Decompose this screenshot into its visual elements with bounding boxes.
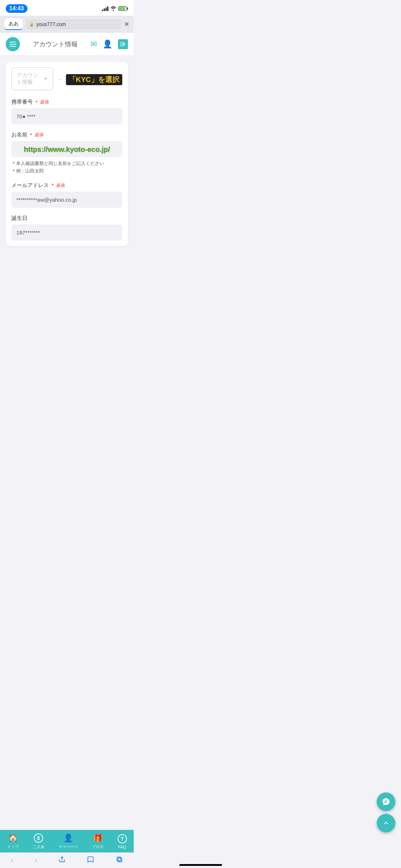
message-icon[interactable]: ✉ (91, 40, 97, 49)
status-icons: ⚡ (102, 6, 128, 12)
email-required-text: 必須 (56, 182, 65, 188)
signal-icon (102, 6, 108, 11)
status-bar: 14:43 ⚡ (0, 0, 134, 16)
form-card: アカウント情報 ▼ ← 「KYC」を選択 携帯番号 ＊ 必須 お名前 ＊ 必須 (6, 62, 128, 246)
phone-required-text: 必須 (40, 99, 49, 105)
wifi-icon (110, 6, 116, 12)
lock-icon: 🔒 (29, 22, 34, 27)
hamburger-icon (10, 42, 16, 47)
phone-field-group: 携帯番号 ＊ 必須 (11, 99, 122, 124)
top-nav: アカウント情報 ✉ 👤 (0, 33, 134, 56)
name-required-mark: ＊ (29, 132, 34, 138)
hamburger-menu-button[interactable] (6, 37, 20, 51)
browser-tab[interactable]: ああ (4, 19, 23, 30)
phone-input[interactable] (11, 108, 122, 124)
birthday-field-group: 誕生日 (11, 215, 122, 241)
nav-icons: ✉ 👤 (91, 39, 128, 49)
name-hint: ＊本人確認書類と同じ名前をご記入ください ＊例：山田太郎 (11, 160, 122, 175)
kyc-label: 「KYC」を選択 (66, 74, 122, 85)
email-required-mark: ＊ (50, 182, 55, 188)
phone-required-mark: ＊ (34, 99, 39, 105)
logout-icon[interactable] (118, 39, 128, 49)
browser-url: yous777.com (36, 21, 66, 27)
user-icon[interactable]: 👤 (103, 40, 112, 49)
email-label: メールアドレス ＊ 必須 (11, 182, 122, 189)
name-input[interactable] (11, 141, 122, 157)
birthday-input[interactable] (11, 224, 122, 241)
account-dropdown[interactable]: アカウント情報 ▼ (11, 67, 53, 90)
birthday-label: 誕生日 (11, 215, 122, 222)
name-label: お名前 ＊ 必須 (11, 131, 122, 138)
email-input[interactable] (11, 192, 122, 208)
browser-url-bar[interactable]: 🔒 yous777.com (26, 19, 121, 29)
main-content: アカウント情報 ▼ ← 「KYC」を選択 携帯番号 ＊ 必須 お名前 ＊ 必須 (0, 56, 134, 252)
name-required-text: 必須 (35, 132, 43, 138)
dropdown-arrow-icon: ▼ (43, 76, 48, 81)
kyc-hint: ← 「KYC」を選択 (57, 74, 122, 85)
browser-close-button[interactable]: ✕ (124, 20, 129, 28)
phone-label: 携帯番号 ＊ 必須 (11, 99, 122, 105)
name-field-group: お名前 ＊ 必須 https://www.kyoto-eco.jp/ ＊本人確認… (11, 131, 122, 175)
battery-icon: ⚡ (118, 6, 128, 11)
status-time: 14:43 (6, 4, 27, 13)
arrow-icon: ← (57, 76, 64, 83)
page-title: アカウント情報 (33, 40, 78, 48)
browser-bar: ああ 🔒 yous777.com ✕ (0, 16, 134, 33)
dropdown-label: アカウント情報 (17, 72, 43, 86)
email-field-group: メールアドレス ＊ 必須 (11, 182, 122, 208)
